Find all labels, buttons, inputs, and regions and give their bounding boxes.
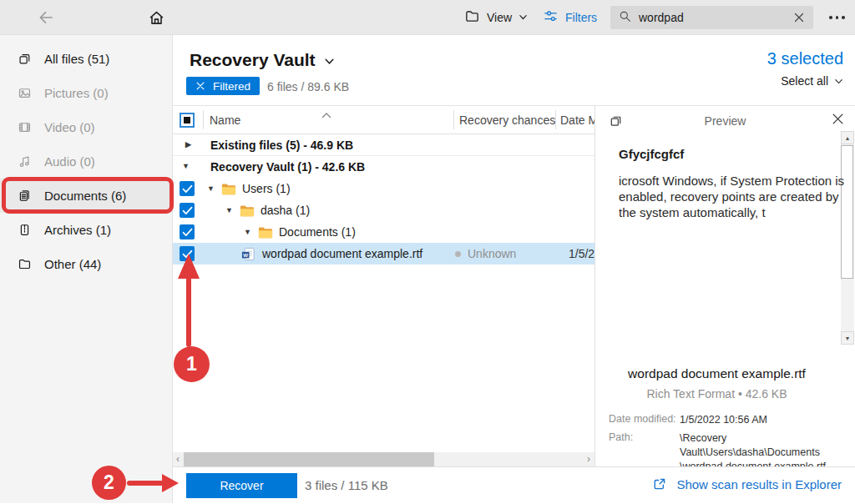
folder-row-label: Users (1)	[242, 182, 291, 195]
table-row-dasha[interactable]: ▼dasha (1)	[173, 199, 594, 221]
recovery-status-dot	[455, 251, 461, 257]
annotation-arrow-1-shaft	[186, 277, 191, 347]
filtered-label: Filtered	[213, 80, 250, 93]
preview-field-value: 1/5/2022 10:56 AM	[680, 413, 767, 427]
preview-doc-body: icrosoft Windows, if System Protection i…	[619, 173, 851, 220]
collapse-caret-icon[interactable]: ▼	[225, 207, 237, 214]
more-options-icon[interactable]	[829, 16, 845, 19]
clear-filter-x-icon	[195, 81, 205, 91]
bottom-bar: Recover 3 files / 115 KB Show scan resul…	[173, 466, 855, 503]
sidebar-item-label: Other (44)	[44, 257, 101, 271]
collapse-caret-icon[interactable]: ▼	[182, 163, 190, 170]
column-header-name[interactable]: Name	[210, 113, 240, 127]
search-clear-icon[interactable]	[793, 12, 805, 23]
sidebar-item-other[interactable]: Other (44)	[0, 247, 172, 281]
pictures-icon	[18, 86, 32, 100]
row-checkbox-cell	[173, 178, 203, 199]
row-checkbox-checked[interactable]	[180, 224, 195, 239]
select-all-checkbox[interactable]	[180, 113, 195, 128]
titlebar: View Filters wordpad	[0, 0, 855, 35]
preview-field-label: Date modified:	[609, 413, 680, 427]
filters-button[interactable]: Filters	[543, 0, 597, 35]
show-in-explorer-link[interactable]: Show scan results in Explorer	[652, 476, 842, 491]
filtered-badge[interactable]: Filtered	[186, 77, 260, 95]
folder-icon	[240, 204, 255, 217]
folder-icon	[258, 226, 273, 239]
folder-row-label: Documents (1)	[279, 225, 356, 239]
sidebar-item-archives[interactable]: Archives (1)	[0, 213, 172, 247]
column-header-date[interactable]: Date M	[560, 113, 594, 127]
preview-doc-heading: Gfycjfcgfcf	[619, 147, 684, 161]
row-checkbox-cell: ▶	[173, 134, 203, 155]
sidebar-item-label: All files (51)	[44, 52, 109, 66]
recover-button[interactable]: Recover	[186, 473, 297, 498]
sidebar: All files (51)Pictures (0)Video (0)Audio…	[0, 35, 173, 503]
folder-row-label: dasha (1)	[261, 204, 310, 217]
row-checkbox-checked[interactable]	[180, 203, 195, 218]
scroll-left-icon[interactable]: ‹	[176, 453, 180, 465]
sidebar-item-label: Pictures (0)	[44, 86, 109, 100]
audio-icon	[18, 154, 32, 169]
files-summary: 6 files / 89.6 KB	[267, 80, 349, 93]
scroll-down-icon[interactable]: ▼	[841, 331, 854, 345]
selected-count: 3 selected	[767, 49, 843, 68]
expand-caret-icon[interactable]: ▶	[185, 141, 191, 149]
close-preview-icon[interactable]	[832, 113, 844, 129]
annotation-arrow-1-head	[178, 254, 200, 279]
sidebar-item-label: Audio (0)	[44, 154, 95, 169]
content-header: Recovery Vault Filtered 6 files / 89.6 K…	[173, 35, 855, 105]
select-all-dropdown[interactable]: Select all	[781, 74, 843, 88]
preview-field: Date modified:1/5/2022 10:56 AM	[609, 413, 850, 427]
scrollbar-thumb[interactable]	[184, 452, 434, 466]
sidebar-item-video[interactable]: Video (0)	[0, 110, 172, 144]
view-dropdown[interactable]: View	[464, 0, 528, 35]
annotation-arrow-2-head	[162, 474, 179, 492]
archives-icon	[18, 223, 32, 237]
view-folder-icon	[464, 8, 480, 27]
home-icon[interactable]	[147, 8, 166, 27]
table-row-documents[interactable]: ▼Documents (1)	[173, 221, 594, 243]
column-header-recovery[interactable]: Recovery chances	[459, 113, 555, 127]
horizontal-scrollbar[interactable]: ‹ ›	[173, 452, 594, 466]
row-checkbox-cell: ▼	[173, 156, 203, 178]
scroll-right-icon[interactable]: ›	[587, 453, 590, 465]
table-row-users[interactable]: ▼Users (1)	[173, 178, 594, 199]
chevron-down-icon	[519, 11, 528, 24]
table-rows: ▶Existing files (5) - 46.9 KB▼Recovery V…	[173, 134, 594, 265]
annotation-step-2: 2	[92, 466, 126, 500]
table-row-recovery[interactable]: ▼Recovery Vault (1) - 42.6 KB	[173, 156, 594, 178]
row-checkbox-cell	[173, 221, 203, 243]
preview-panel: Preview ▲ ▼ Gfycjfcgfcf icrosoft Windows…	[594, 106, 855, 466]
search-input[interactable]: wordpad	[610, 6, 813, 29]
group-row-label: Recovery Vault (1) - 42.6 KB	[210, 160, 365, 174]
table-row-file[interactable]: Wwordpad document example.rtfUnknown1/5/…	[173, 243, 594, 265]
row-checkbox-checked[interactable]	[180, 181, 195, 196]
page-title-label: Recovery Vault	[190, 50, 316, 70]
video-icon	[18, 120, 32, 134]
preview-file-name: wordpad document example.rtf	[595, 366, 838, 381]
sidebar-item-audio[interactable]: Audio (0)	[0, 144, 172, 179]
date-modified-cell: 1/5/20	[569, 243, 594, 265]
selection-summary: 3 files / 115 KB	[305, 478, 388, 492]
back-icon[interactable]	[37, 8, 55, 27]
other-icon	[18, 257, 32, 271]
chevron-down-icon	[324, 56, 335, 67]
annotation-box-documents	[2, 177, 174, 214]
select-all-label: Select all	[781, 74, 828, 88]
open-external-icon	[652, 476, 667, 491]
collapse-caret-icon[interactable]: ▼	[244, 229, 255, 236]
preview-scrollbar[interactable]: ▲ ▼	[841, 131, 854, 345]
sidebar-item-pictures[interactable]: Pictures (0)	[0, 76, 172, 110]
sidebar-item-label: Archives (1)	[44, 223, 111, 237]
sidebar-item-all-files[interactable]: All files (51)	[0, 42, 172, 76]
sidebar-item-label: Video (0)	[44, 120, 95, 134]
show-in-explorer-label: Show scan results in Explorer	[676, 477, 842, 491]
scroll-up-icon[interactable]: ▲	[841, 131, 854, 144]
file-table: Name Recovery chances Date M ▶Existing f…	[173, 106, 594, 466]
table-row-existing[interactable]: ▶Existing files (5) - 46.9 KB	[173, 134, 594, 156]
folder-icon	[221, 183, 236, 195]
chevron-down-icon	[834, 77, 843, 86]
preview-title: Preview	[595, 114, 855, 128]
collapse-caret-icon[interactable]: ▼	[207, 185, 219, 193]
page-title[interactable]: Recovery Vault	[190, 50, 335, 70]
